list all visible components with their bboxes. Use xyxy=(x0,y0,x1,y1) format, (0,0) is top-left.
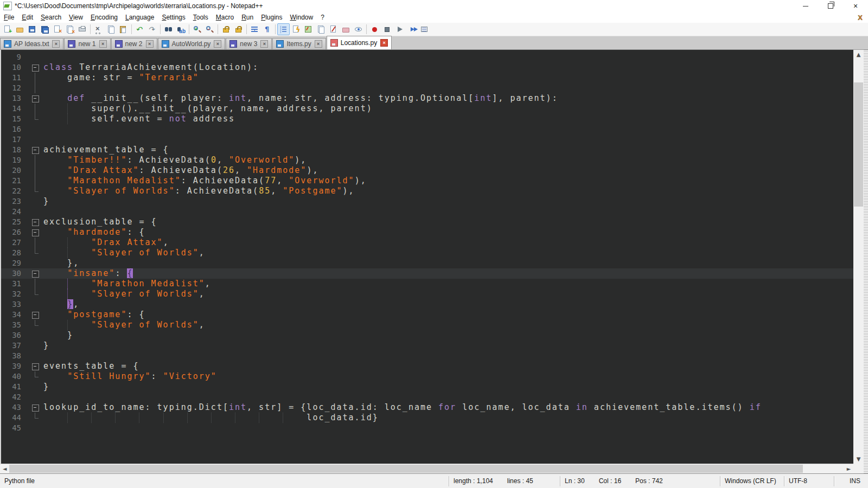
restore-button[interactable] xyxy=(818,0,843,12)
code-line-34[interactable]: 34 "postgame": { xyxy=(1,310,853,320)
redo-button[interactable]: ↷ xyxy=(146,23,158,35)
tab-locations.py[interactable]: Locations.py× xyxy=(327,36,392,49)
fold-collapse-icon[interactable] xyxy=(32,229,39,236)
code-line-39[interactable]: 39events_table = { xyxy=(1,361,853,371)
code-line-12[interactable]: 12 xyxy=(1,83,853,93)
status-encoding[interactable]: UTF-8 xyxy=(784,476,834,486)
menu-item-[interactable]: ? xyxy=(317,12,328,22)
fold-margin[interactable] xyxy=(26,93,42,104)
tab-autoworld.py[interactable]: AutoWorld.py× xyxy=(158,38,226,49)
code-line-33[interactable]: 33 }, xyxy=(1,299,853,310)
menu-item-language[interactable]: Language xyxy=(122,12,158,22)
sync-vertical-scroll-button[interactable] xyxy=(220,23,232,35)
macro-save-button[interactable] xyxy=(418,23,431,35)
folder-as-workspace-button[interactable] xyxy=(340,23,352,35)
menu-item-file[interactable]: File xyxy=(0,12,18,22)
macro-run-multiple-button[interactable] xyxy=(406,23,418,35)
tab-close-icon[interactable]: × xyxy=(146,40,154,48)
code-editor[interactable]: 910class TerrariaAchievement(Location):1… xyxy=(0,50,853,464)
fold-collapse-icon[interactable] xyxy=(32,219,39,226)
replace-button[interactable]: ab xyxy=(175,23,187,35)
code-line-36[interactable]: 36 } xyxy=(1,330,853,341)
edit-popup-button[interactable] xyxy=(327,23,340,35)
menu-item-tools[interactable]: Tools xyxy=(189,12,212,22)
show-all-characters-button[interactable]: ¶ xyxy=(261,23,273,35)
zoom-in-button[interactable]: + xyxy=(191,23,203,35)
tab-close-icon[interactable]: × xyxy=(380,39,388,47)
macro-stop-button[interactable] xyxy=(381,23,393,35)
print-button[interactable] xyxy=(76,23,88,35)
fold-collapse-icon[interactable] xyxy=(32,271,39,278)
code-line-16[interactable]: 16 xyxy=(1,124,853,134)
code-line-10[interactable]: 10class TerrariaAchievement(Location): xyxy=(1,62,853,73)
code-line-22[interactable]: 22 "Slayer of Worlds": AchieveData(85, "… xyxy=(1,186,853,196)
menu-item-view[interactable]: View xyxy=(65,12,87,22)
menu-item-settings[interactable]: Settings xyxy=(158,12,189,22)
status-typing-mode[interactable]: INS xyxy=(834,476,868,486)
undo-button[interactable]: ↶ xyxy=(133,23,146,35)
paste-button[interactable] xyxy=(117,23,130,35)
tab-close-icon[interactable]: × xyxy=(99,40,107,48)
fold-collapse-icon[interactable] xyxy=(32,65,39,72)
code-line-42[interactable]: 42 xyxy=(1,392,853,402)
macro-record-button[interactable] xyxy=(368,23,381,35)
status-eol-format[interactable]: Windows (CR LF) xyxy=(720,476,784,486)
fold-collapse-icon[interactable] xyxy=(32,312,39,319)
menu-item-run[interactable]: Run xyxy=(238,12,257,22)
fold-margin[interactable] xyxy=(26,361,42,371)
close-all-button[interactable]: × xyxy=(63,23,76,35)
code-line-9[interactable]: 9 xyxy=(1,52,853,62)
close-button[interactable]: × xyxy=(51,23,63,35)
code-line-43[interactable]: 43lookup_id_to_name: typing.Dict[int, st… xyxy=(1,402,853,413)
code-line-44[interactable]: 44 loc_data.id} xyxy=(1,413,853,423)
code-line-26[interactable]: 26 "hardmode": { xyxy=(1,227,853,237)
code-line-28[interactable]: 28 "Slayer of Worlds", xyxy=(1,248,853,258)
code-line-35[interactable]: 35 "Slayer of Worlds", xyxy=(1,320,853,330)
fold-collapse-icon[interactable] xyxy=(32,363,39,370)
tab-items.py[interactable]: Items.py× xyxy=(272,38,326,49)
close-button[interactable]: × xyxy=(843,0,868,12)
minimize-button[interactable] xyxy=(793,0,818,12)
code-line-32[interactable]: 32 "Slayer of Worlds", xyxy=(1,289,853,299)
code-line-29[interactable]: 29 }, xyxy=(1,258,853,268)
fold-collapse-icon[interactable] xyxy=(32,404,39,412)
save-all-button[interactable] xyxy=(39,23,51,35)
fold-margin[interactable] xyxy=(26,62,42,73)
code-line-18[interactable]: 18achievement_table = { xyxy=(1,145,853,155)
vertical-scrollbar[interactable]: ▲ ▼ xyxy=(853,50,864,464)
fold-margin[interactable] xyxy=(26,402,42,413)
code-line-23[interactable]: 23} xyxy=(1,196,853,207)
show-indent-guide-button[interactable] xyxy=(277,23,290,35)
code-line-30[interactable]: 30 "insane": { xyxy=(1,268,853,279)
find-button[interactable] xyxy=(162,23,175,35)
fold-margin[interactable] xyxy=(26,268,42,279)
code-line-20[interactable]: 20 "Drax Attax": AchieveData(26, "Hardmo… xyxy=(1,165,853,176)
open-file-button[interactable] xyxy=(14,23,26,35)
code-line-11[interactable]: 11 game: str = "Terraria" xyxy=(1,73,853,83)
document-list-button[interactable] xyxy=(315,23,327,35)
scroll-left-icon[interactable]: ◄ xyxy=(0,464,9,473)
fold-margin[interactable] xyxy=(26,227,42,237)
fold-margin[interactable] xyxy=(26,145,42,155)
code-line-19[interactable]: 19 "Timber!!": AchieveData(0, "Overworld… xyxy=(1,155,853,165)
tab-close-icon[interactable]: × xyxy=(260,40,268,48)
new-file-button[interactable]: + xyxy=(1,23,14,35)
save-button[interactable] xyxy=(26,23,39,35)
fold-collapse-icon[interactable] xyxy=(32,95,39,102)
fold-margin[interactable] xyxy=(26,217,42,227)
menu-item-edit[interactable]: Edit xyxy=(18,12,37,22)
horizontal-scrollbar[interactable]: ◄ ► xyxy=(0,464,853,473)
fold-margin[interactable] xyxy=(26,310,42,320)
vertical-scrollbar-thumb[interactable] xyxy=(854,82,863,207)
scroll-up-icon[interactable]: ▲ xyxy=(853,50,864,59)
code-line-27[interactable]: 27 "Drax Attax", xyxy=(1,237,853,248)
menu-item-encoding[interactable]: Encoding xyxy=(87,12,122,22)
code-line-13[interactable]: 13 def __init__(self, player: int, name:… xyxy=(1,93,853,104)
scroll-down-icon[interactable]: ▼ xyxy=(853,454,864,464)
tab-ap-ideas.txt[interactable]: AP Ideas.txt× xyxy=(0,38,63,49)
fold-collapse-icon[interactable] xyxy=(32,147,39,154)
cut-button[interactable]: × xyxy=(92,23,105,35)
code-line-31[interactable]: 31 "Marathon Medalist", xyxy=(1,279,853,289)
code-line-37[interactable]: 37} xyxy=(1,341,853,351)
close-document-icon[interactable]: X xyxy=(858,14,863,22)
